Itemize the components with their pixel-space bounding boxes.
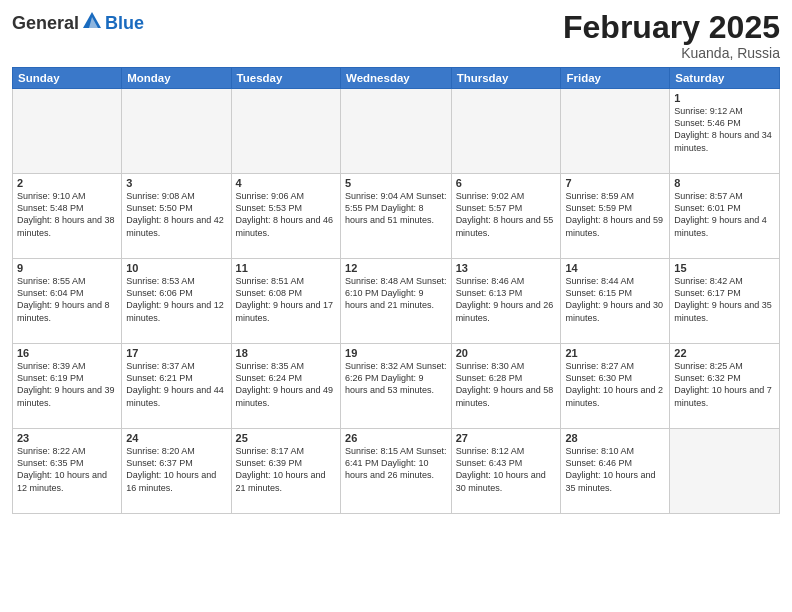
day-number: 9 [17, 262, 117, 274]
calendar-cell: 24Sunrise: 8:20 AM Sunset: 6:37 PM Dayli… [122, 429, 231, 514]
calendar-cell: 20Sunrise: 8:30 AM Sunset: 6:28 PM Dayli… [451, 344, 561, 429]
day-number: 4 [236, 177, 336, 189]
calendar-week-4: 16Sunrise: 8:39 AM Sunset: 6:19 PM Dayli… [13, 344, 780, 429]
day-number: 12 [345, 262, 447, 274]
calendar-cell: 10Sunrise: 8:53 AM Sunset: 6:06 PM Dayli… [122, 259, 231, 344]
day-info: Sunrise: 8:39 AM Sunset: 6:19 PM Dayligh… [17, 360, 117, 409]
day-info: Sunrise: 8:15 AM Sunset: 6:41 PM Dayligh… [345, 445, 447, 481]
day-number: 20 [456, 347, 557, 359]
day-info: Sunrise: 8:12 AM Sunset: 6:43 PM Dayligh… [456, 445, 557, 494]
day-info: Sunrise: 9:04 AM Sunset: 5:55 PM Dayligh… [345, 190, 447, 226]
day-info: Sunrise: 8:51 AM Sunset: 6:08 PM Dayligh… [236, 275, 336, 324]
calendar-cell: 9Sunrise: 8:55 AM Sunset: 6:04 PM Daylig… [13, 259, 122, 344]
day-number: 11 [236, 262, 336, 274]
calendar-cell [670, 429, 780, 514]
logo-icon [81, 10, 103, 36]
day-info: Sunrise: 8:59 AM Sunset: 5:59 PM Dayligh… [565, 190, 665, 239]
calendar-cell: 16Sunrise: 8:39 AM Sunset: 6:19 PM Dayli… [13, 344, 122, 429]
day-number: 3 [126, 177, 226, 189]
calendar-cell [561, 89, 670, 174]
day-number: 1 [674, 92, 775, 104]
calendar-cell: 22Sunrise: 8:25 AM Sunset: 6:32 PM Dayli… [670, 344, 780, 429]
day-number: 8 [674, 177, 775, 189]
calendar-cell: 15Sunrise: 8:42 AM Sunset: 6:17 PM Dayli… [670, 259, 780, 344]
location: Kuanda, Russia [563, 45, 780, 61]
calendar-cell [13, 89, 122, 174]
calendar-cell: 2Sunrise: 9:10 AM Sunset: 5:48 PM Daylig… [13, 174, 122, 259]
calendar-cell [451, 89, 561, 174]
calendar-cell: 7Sunrise: 8:59 AM Sunset: 5:59 PM Daylig… [561, 174, 670, 259]
day-info: Sunrise: 8:27 AM Sunset: 6:30 PM Dayligh… [565, 360, 665, 409]
calendar-cell: 4Sunrise: 9:06 AM Sunset: 5:53 PM Daylig… [231, 174, 340, 259]
calendar-cell: 12Sunrise: 8:48 AM Sunset: 6:10 PM Dayli… [341, 259, 452, 344]
day-info: Sunrise: 8:48 AM Sunset: 6:10 PM Dayligh… [345, 275, 447, 311]
calendar-cell: 26Sunrise: 8:15 AM Sunset: 6:41 PM Dayli… [341, 429, 452, 514]
day-number: 27 [456, 432, 557, 444]
day-info: Sunrise: 9:02 AM Sunset: 5:57 PM Dayligh… [456, 190, 557, 239]
day-info: Sunrise: 8:46 AM Sunset: 6:13 PM Dayligh… [456, 275, 557, 324]
day-number: 13 [456, 262, 557, 274]
day-number: 16 [17, 347, 117, 359]
calendar-cell: 1Sunrise: 9:12 AM Sunset: 5:46 PM Daylig… [670, 89, 780, 174]
day-number: 21 [565, 347, 665, 359]
calendar-cell: 18Sunrise: 8:35 AM Sunset: 6:24 PM Dayli… [231, 344, 340, 429]
day-number: 6 [456, 177, 557, 189]
day-number: 25 [236, 432, 336, 444]
day-number: 7 [565, 177, 665, 189]
day-info: Sunrise: 8:20 AM Sunset: 6:37 PM Dayligh… [126, 445, 226, 494]
calendar-week-1: 1Sunrise: 9:12 AM Sunset: 5:46 PM Daylig… [13, 89, 780, 174]
day-number: 17 [126, 347, 226, 359]
calendar-cell: 17Sunrise: 8:37 AM Sunset: 6:21 PM Dayli… [122, 344, 231, 429]
calendar-cell: 14Sunrise: 8:44 AM Sunset: 6:15 PM Dayli… [561, 259, 670, 344]
header-sunday: Sunday [13, 68, 122, 89]
day-number: 10 [126, 262, 226, 274]
logo: General Blue [12, 10, 144, 36]
calendar-cell: 25Sunrise: 8:17 AM Sunset: 6:39 PM Dayli… [231, 429, 340, 514]
day-info: Sunrise: 9:08 AM Sunset: 5:50 PM Dayligh… [126, 190, 226, 239]
day-info: Sunrise: 8:30 AM Sunset: 6:28 PM Dayligh… [456, 360, 557, 409]
calendar-header-row: SundayMondayTuesdayWednesdayThursdayFrid… [13, 68, 780, 89]
logo-general-text: General [12, 13, 79, 34]
day-number: 28 [565, 432, 665, 444]
calendar-cell: 19Sunrise: 8:32 AM Sunset: 6:26 PM Dayli… [341, 344, 452, 429]
day-number: 24 [126, 432, 226, 444]
header-thursday: Thursday [451, 68, 561, 89]
day-number: 19 [345, 347, 447, 359]
day-info: Sunrise: 8:53 AM Sunset: 6:06 PM Dayligh… [126, 275, 226, 324]
day-info: Sunrise: 8:35 AM Sunset: 6:24 PM Dayligh… [236, 360, 336, 409]
calendar-week-5: 23Sunrise: 8:22 AM Sunset: 6:35 PM Dayli… [13, 429, 780, 514]
day-info: Sunrise: 8:32 AM Sunset: 6:26 PM Dayligh… [345, 360, 447, 396]
day-number: 26 [345, 432, 447, 444]
day-info: Sunrise: 8:44 AM Sunset: 6:15 PM Dayligh… [565, 275, 665, 324]
day-info: Sunrise: 8:57 AM Sunset: 6:01 PM Dayligh… [674, 190, 775, 239]
header: General Blue February 2025 Kuanda, Russi… [12, 10, 780, 61]
calendar-week-3: 9Sunrise: 8:55 AM Sunset: 6:04 PM Daylig… [13, 259, 780, 344]
day-info: Sunrise: 8:22 AM Sunset: 6:35 PM Dayligh… [17, 445, 117, 494]
logo-blue-text: Blue [105, 13, 144, 34]
calendar-cell: 23Sunrise: 8:22 AM Sunset: 6:35 PM Dayli… [13, 429, 122, 514]
calendar-cell: 21Sunrise: 8:27 AM Sunset: 6:30 PM Dayli… [561, 344, 670, 429]
day-info: Sunrise: 8:55 AM Sunset: 6:04 PM Dayligh… [17, 275, 117, 324]
calendar-cell: 8Sunrise: 8:57 AM Sunset: 6:01 PM Daylig… [670, 174, 780, 259]
day-number: 22 [674, 347, 775, 359]
calendar-cell: 28Sunrise: 8:10 AM Sunset: 6:46 PM Dayli… [561, 429, 670, 514]
day-number: 18 [236, 347, 336, 359]
calendar-cell: 6Sunrise: 9:02 AM Sunset: 5:57 PM Daylig… [451, 174, 561, 259]
header-monday: Monday [122, 68, 231, 89]
day-info: Sunrise: 9:10 AM Sunset: 5:48 PM Dayligh… [17, 190, 117, 239]
day-info: Sunrise: 8:42 AM Sunset: 6:17 PM Dayligh… [674, 275, 775, 324]
calendar-cell [341, 89, 452, 174]
day-info: Sunrise: 8:25 AM Sunset: 6:32 PM Dayligh… [674, 360, 775, 409]
calendar-cell: 13Sunrise: 8:46 AM Sunset: 6:13 PM Dayli… [451, 259, 561, 344]
day-number: 2 [17, 177, 117, 189]
header-friday: Friday [561, 68, 670, 89]
header-tuesday: Tuesday [231, 68, 340, 89]
page-container: General Blue February 2025 Kuanda, Russi… [0, 0, 792, 612]
month-title: February 2025 [563, 10, 780, 45]
day-info: Sunrise: 8:10 AM Sunset: 6:46 PM Dayligh… [565, 445, 665, 494]
calendar-cell: 3Sunrise: 9:08 AM Sunset: 5:50 PM Daylig… [122, 174, 231, 259]
day-number: 15 [674, 262, 775, 274]
day-info: Sunrise: 8:17 AM Sunset: 6:39 PM Dayligh… [236, 445, 336, 494]
day-info: Sunrise: 8:37 AM Sunset: 6:21 PM Dayligh… [126, 360, 226, 409]
calendar-cell: 5Sunrise: 9:04 AM Sunset: 5:55 PM Daylig… [341, 174, 452, 259]
